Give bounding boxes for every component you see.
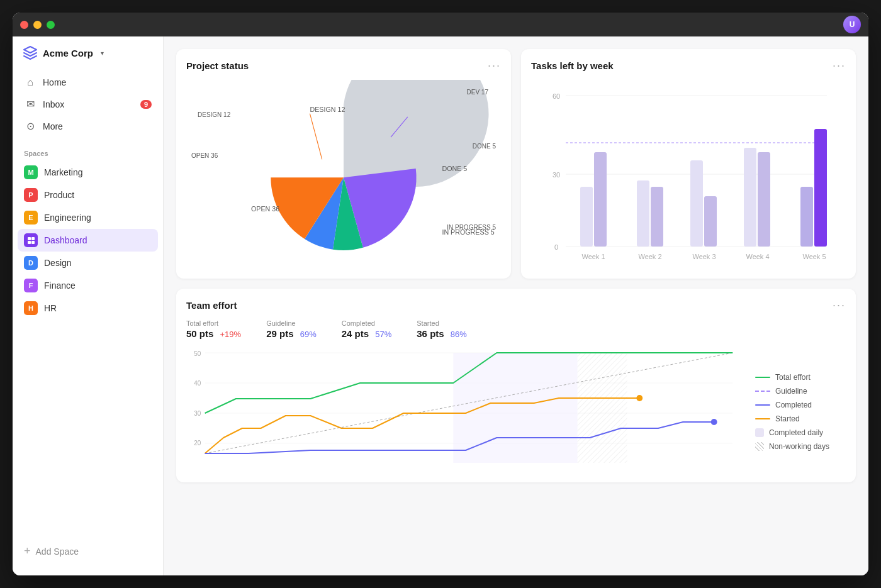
tasks-more-button[interactable]: ··· <box>833 59 846 72</box>
team-effort-more-button[interactable]: ··· <box>833 299 846 312</box>
sidebar-item-product[interactable]: P Product <box>18 184 158 206</box>
space-avatar-hr: H <box>24 301 38 315</box>
space-label: Marketing <box>44 167 82 177</box>
space-label: Finance <box>44 280 76 291</box>
minimize-button[interactable] <box>33 21 42 29</box>
tasks-by-week-card: Tasks left by week ··· 60 30 0 <box>521 49 856 279</box>
tasks-title: Tasks left by week <box>531 60 614 71</box>
stat-value: 24 pts 57% <box>342 328 392 339</box>
project-status-more-button[interactable]: ··· <box>488 59 501 72</box>
space-avatar-finance: F <box>24 279 38 292</box>
y-50: 50 <box>194 350 201 357</box>
bar-chart-container: 60 30 0 <box>531 80 846 269</box>
bar-w5-1 <box>800 187 813 247</box>
inprogress-label: IN PROGRESS 5 <box>442 228 494 236</box>
done-label: DONE 5 <box>442 165 467 172</box>
main-content: Project status ··· <box>164 36 868 575</box>
legend-non-working: Non-working days <box>755 442 846 451</box>
non-working-area <box>578 353 627 463</box>
legend-label: Completed daily <box>769 428 823 437</box>
team-effort-title: Team effort <box>186 300 237 311</box>
brand-button[interactable]: Acme Corp ▾ <box>13 36 163 69</box>
plus-icon: + <box>24 545 31 558</box>
space-avatar-product: P <box>24 188 38 202</box>
legend-box-icon <box>755 428 764 437</box>
stat-guideline: Guideline 29 pts 69% <box>266 319 317 339</box>
spaces-list: M Marketing P Product E Engineering <box>13 161 163 537</box>
stat-started: Started 36 pts 86% <box>417 319 467 339</box>
sidebar-item-marketing[interactable]: M Marketing <box>18 161 158 184</box>
bar-w3-2 <box>704 196 717 247</box>
sidebar-item-finance[interactable]: F Finance <box>18 274 158 297</box>
legend-started: Started <box>755 414 846 423</box>
close-button[interactable] <box>20 21 28 29</box>
sidebar-item-hr[interactable]: H HR <box>18 297 158 319</box>
legend-label: Non-working days <box>769 442 829 451</box>
stat-suffix: 69% <box>300 330 317 339</box>
space-avatar-design: D <box>24 256 38 270</box>
traffic-lights <box>20 21 55 29</box>
brand-chevron-icon: ▾ <box>101 50 104 57</box>
stat-label: Total effort <box>186 319 241 327</box>
inbox-icon: ✉ <box>24 98 36 110</box>
stat-total-effort: Total effort 50 pts +19% <box>186 319 241 339</box>
team-effort-header: Team effort ··· <box>186 299 846 312</box>
space-label: Dashboard <box>44 235 87 245</box>
legend-line-icon <box>755 404 770 406</box>
sidebar-item-design[interactable]: D Design <box>18 252 158 274</box>
svg-rect-1 <box>31 237 35 240</box>
space-label: HR <box>44 303 57 313</box>
bar-w4-1 <box>744 148 756 247</box>
y-label-30: 30 <box>553 171 560 179</box>
line-chart-container: 50 40 30 20 <box>186 347 745 472</box>
x-label-w4: Week 4 <box>746 253 769 260</box>
stat-completed: Completed 24 pts 57% <box>342 319 392 339</box>
add-space-button[interactable]: + Add Space <box>18 540 158 563</box>
space-label: Product <box>44 190 74 200</box>
legend-completed: Completed <box>755 401 846 409</box>
sidebar-item-home[interactable]: ⌂ Home <box>18 72 158 93</box>
svg-rect-2 <box>28 241 31 244</box>
svg-rect-0 <box>28 237 31 240</box>
x-label-w5: Week 5 <box>802 253 826 260</box>
home-icon: ⌂ <box>24 77 36 88</box>
sidebar-item-engineering[interactable]: E Engineering <box>18 206 158 229</box>
sidebar: Acme Corp ▾ ⌂ Home ✉ Inbox 9 ⊙ More <box>13 36 164 575</box>
x-label-w2: Week 2 <box>638 253 661 260</box>
sidebar-item-label: Home <box>43 77 66 87</box>
y-label-0: 0 <box>554 243 558 251</box>
legend-dashed-icon <box>755 391 770 392</box>
pie-chart-svg: DEV 17 DONE 5 IN PROGRESS 5 OPEN 36 DESI… <box>186 80 501 269</box>
line-chart-svg: 50 40 30 20 <box>186 347 745 472</box>
space-avatar-marketing: M <box>24 165 38 179</box>
legend-hatch-icon <box>755 442 764 451</box>
x-label-w1: Week 1 <box>581 253 605 260</box>
legend-label: Total effort <box>775 373 811 382</box>
legend-total-effort: Total effort <box>755 373 846 382</box>
app-window: U Acme Corp ▾ ⌂ Home ✉ Inbox <box>13 13 868 575</box>
dashboard-icon <box>24 233 38 247</box>
stat-label: Completed <box>342 319 392 327</box>
space-avatar-engineering: E <box>24 211 38 225</box>
sidebar-item-more[interactable]: ⊙ More <box>18 115 158 137</box>
maximize-button[interactable] <box>47 21 55 29</box>
legend-label: Started <box>775 414 800 423</box>
sidebar-nav: ⌂ Home ✉ Inbox 9 ⊙ More <box>13 69 163 140</box>
started-dot <box>636 395 643 401</box>
space-label: Engineering <box>44 213 91 223</box>
more-icon: ⊙ <box>24 120 36 132</box>
y-label-60: 60 <box>553 92 560 100</box>
pie-chart-container: DEV 17 DONE 5 IN PROGRESS 5 OPEN 36 DESI… <box>186 80 501 269</box>
open-label: OPEN 36 <box>251 205 279 213</box>
avatar[interactable]: U <box>843 16 861 33</box>
sidebar-item-label: Inbox <box>43 99 64 109</box>
sidebar-item-dashboard[interactable]: Dashboard <box>18 229 158 252</box>
sidebar-item-inbox[interactable]: ✉ Inbox 9 <box>18 93 158 115</box>
y-30: 30 <box>194 410 201 417</box>
legend-label: Guideline <box>775 387 807 396</box>
bar-w2-2 <box>651 187 663 247</box>
legend: Total effort Guideline Completed St <box>745 347 846 472</box>
svg-rect-3 <box>31 241 35 244</box>
stat-label: Started <box>417 319 467 327</box>
bar-w1-1 <box>580 187 593 247</box>
